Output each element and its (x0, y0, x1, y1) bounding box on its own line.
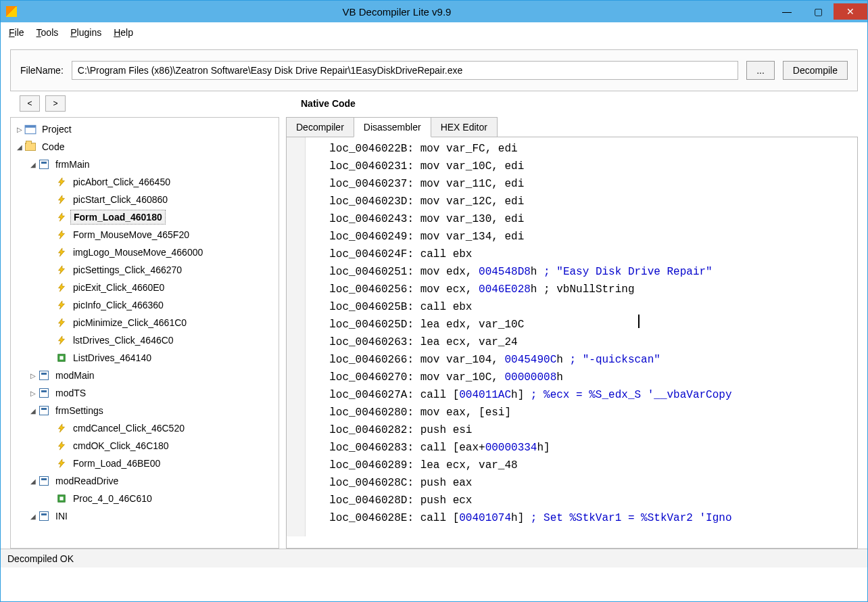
code-line: loc_00460243: mov var_130, edi (316, 210, 857, 228)
tree-node[interactable]: ◢frmMain (14, 156, 279, 173)
nav-back-button[interactable]: < (20, 95, 40, 112)
tree-node[interactable]: imgLogo_MouseMove_466000 (14, 244, 279, 261)
tree-node[interactable]: cmdOK_Click_46C180 (14, 437, 279, 455)
collapse-icon[interactable]: ◢ (28, 406, 38, 415)
module-icon (38, 388, 50, 398)
tree-node-label: picSettings_Click_466270 (70, 263, 185, 277)
bolt-icon (55, 247, 68, 258)
bolt-icon (55, 317, 68, 328)
svg-rect-18 (59, 496, 63, 500)
tree-node[interactable]: Form_Load_460180 (14, 208, 279, 226)
tree-node[interactable]: picSettings_Click_466270 (14, 261, 279, 279)
tree-node[interactable]: ▷modTS (14, 384, 279, 402)
tree-node-label: Form_Load_460180 (70, 210, 166, 225)
bolt-icon (55, 212, 68, 223)
code-line: loc_0046025B: call ebx (316, 298, 857, 316)
code-line: loc_0046028C: push eax (316, 474, 857, 492)
code-line: loc_0046027A: call [004011ACh] ; %ecx = … (316, 386, 857, 404)
tree-node-label: Code (39, 140, 67, 154)
tree-node[interactable]: lstDrives_Click_4646C0 (14, 331, 279, 349)
svg-marker-9 (59, 301, 65, 309)
filename-label: FileName: (20, 65, 64, 76)
code-line: loc_00460270: mov var_10C, 00000008h (316, 369, 857, 386)
tree-node[interactable]: ◢INI (14, 507, 279, 525)
tree-node[interactable]: ◢modReadDrive (14, 472, 279, 490)
tree-node-label: Project (39, 122, 74, 136)
svg-marker-5 (59, 231, 65, 239)
maximize-button[interactable]: ▢ (802, 3, 834, 20)
browse-button[interactable]: ... (746, 61, 775, 80)
bolt-icon (55, 194, 68, 205)
tree-node[interactable]: ▷Project (14, 120, 279, 138)
svg-marker-14 (59, 424, 65, 432)
svg-marker-3 (59, 195, 65, 204)
bolt-icon (55, 282, 68, 293)
tree-node[interactable]: picAbort_Click_466450 (14, 173, 279, 191)
folder-icon (24, 141, 37, 152)
section-label: Native Code (301, 98, 356, 109)
collapse-icon[interactable]: ◢ (28, 511, 38, 521)
bolt-icon (55, 423, 68, 434)
file-panel: FileName: ... Decompile (10, 49, 858, 91)
code-line: loc_00460266: mov var_104, 0045490Ch ; "… (316, 351, 857, 369)
menu-tools[interactable]: Tools (37, 27, 59, 38)
tree-node-label: ListDrives_464140 (70, 351, 154, 365)
tree-node[interactable]: picInfo_Click_466360 (14, 296, 279, 314)
code-line: loc_0046022B: mov var_FC, edi (316, 140, 857, 158)
expand-icon[interactable]: ▷ (15, 124, 24, 134)
tab-hex-editor[interactable]: HEX Editor (431, 117, 498, 137)
collapse-icon[interactable]: ◢ (15, 142, 24, 152)
menu-file[interactable]: File (9, 27, 24, 38)
tree-node[interactable]: Form_MouseMove_465F20 (14, 226, 279, 244)
tab-decompiler[interactable]: Decompiler (286, 117, 354, 137)
svg-marker-10 (59, 319, 65, 327)
svg-marker-2 (59, 178, 65, 186)
svg-marker-16 (59, 459, 65, 467)
code-line: loc_00460283: call [eax+00000334h] (316, 439, 857, 457)
tree-node-label: Form_Load_46BE00 (70, 457, 163, 470)
tree-node-label: picMinimize_Click_4661C0 (70, 316, 189, 329)
minimize-button[interactable]: — (771, 3, 802, 20)
bolt-icon (55, 177, 68, 187)
code-line: loc_00460280: mov eax, [esi] (316, 404, 857, 421)
tree-node[interactable]: picExit_Click_4660E0 (14, 279, 279, 296)
proc-icon (55, 493, 68, 504)
module-icon (38, 511, 50, 522)
nav-forward-button[interactable]: > (45, 95, 66, 112)
tree-node[interactable]: picMinimize_Click_4661C0 (14, 314, 279, 331)
code-box: loc_0046022B: mov var_FC, edi loc_004602… (286, 137, 858, 549)
module-icon (38, 405, 50, 416)
menu-plugins[interactable]: Plugins (70, 27, 101, 38)
svg-marker-6 (59, 248, 65, 256)
tree-node[interactable]: picStart_Click_460860 (14, 191, 279, 208)
expand-icon[interactable]: ▷ (28, 388, 38, 398)
decompile-button[interactable]: Decompile (783, 61, 848, 80)
tree-node-label: cmdCancel_Click_46C520 (70, 421, 187, 435)
tree-node[interactable]: ◢frmSettings (14, 402, 279, 419)
code-line: loc_00460231: mov var_10C, edi (316, 158, 857, 175)
collapse-icon[interactable]: ◢ (28, 476, 38, 486)
tree-node[interactable]: Form_Load_46BE00 (14, 455, 279, 472)
tree-node[interactable]: ▷modMain (14, 367, 279, 384)
collapse-icon[interactable]: ◢ (28, 160, 38, 169)
module-icon (38, 370, 50, 381)
tab-disassembler[interactable]: Disassembler (354, 117, 431, 137)
svg-marker-7 (59, 266, 65, 274)
filename-input[interactable] (72, 61, 738, 80)
main-area: ▷Project◢Code◢frmMainpicAbort_Click_4664… (1, 117, 867, 549)
tree-node[interactable]: Proc_4_0_46C610 (14, 490, 279, 507)
expand-icon[interactable]: ▷ (28, 371, 38, 380)
code-line: loc_00460256: mov ecx, 0046E028h ; vbNul… (316, 281, 857, 298)
project-tree[interactable]: ▷Project◢Code◢frmMainpicAbort_Click_4664… (10, 117, 279, 549)
tree-node-label: modReadDrive (53, 474, 121, 488)
tree-node[interactable]: ◢Code (14, 138, 279, 156)
menu-help[interactable]: Help (114, 27, 133, 38)
tree-node[interactable]: ListDrives_464140 (14, 349, 279, 367)
code-line: loc_0046028D: push ecx (316, 492, 857, 509)
code-line: loc_00460249: mov var_134, edi (316, 228, 857, 246)
close-button[interactable]: ✕ (834, 3, 867, 20)
tree-node[interactable]: cmdCancel_Click_46C520 (14, 419, 279, 437)
window-controls: — ▢ ✕ (771, 3, 867, 20)
code-view[interactable]: loc_0046022B: mov var_FC, edi loc_004602… (287, 137, 857, 548)
tree-node-label: imgLogo_MouseMove_466000 (70, 246, 206, 259)
